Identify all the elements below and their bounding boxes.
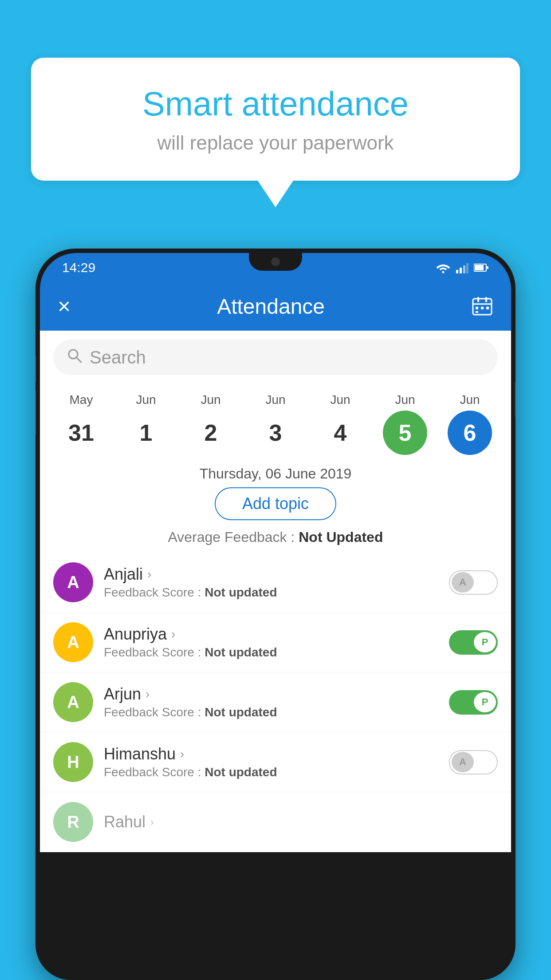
student-list: A Anjali › Feedback Score : Not updated [40, 553, 511, 852]
svg-rect-4 [466, 263, 468, 273]
student-avatar-anupriya: A [53, 622, 93, 662]
svg-point-0 [442, 271, 445, 273]
calendar-day-1[interactable]: Jun 1 [119, 393, 173, 455]
student-name-arjun: Arjun [104, 685, 141, 703]
feedback-value-arjun: Not updated [205, 705, 277, 719]
chevron-right-icon: › [147, 567, 151, 581]
student-avatar-partial: R [53, 802, 93, 842]
svg-rect-10 [477, 297, 479, 302]
svg-line-17 [76, 357, 81, 362]
add-topic-button[interactable]: Add topic [215, 487, 336, 520]
svg-rect-6 [475, 265, 484, 270]
app-bar: × Attendance [40, 282, 511, 331]
feedback-prefix-anupriya: Feedback Score : [104, 645, 205, 659]
calendar-day-0[interactable]: May 31 [55, 393, 108, 455]
svg-rect-11 [485, 297, 487, 302]
student-avatar-himanshu: H [53, 742, 93, 782]
average-feedback-prefix: Average Feedback : [168, 529, 295, 545]
notch [249, 253, 302, 271]
volume-up-button [35, 355, 36, 382]
student-avatar-anjali: A [53, 562, 93, 602]
feedback-value-anjali: Not updated [205, 585, 277, 599]
student-info-anjali: Anjali › Feedback Score : Not updated [104, 565, 438, 600]
phone-screen: 14:29 [40, 253, 511, 980]
feedback-value-anupriya: Not updated [205, 645, 277, 659]
calendar-day-6[interactable]: Jun 6 [443, 393, 496, 455]
speech-bubble: Smart attendance will replace your paper… [31, 58, 520, 207]
student-info-himanshu: Himanshu › Feedback Score : Not updated [104, 745, 438, 779]
student-info-arjun: Arjun › Feedback Score : Not updated [104, 685, 438, 719]
svg-rect-3 [463, 265, 465, 273]
calendar-row: May 31 Jun 1 Jun 2 Jun 3 Jun 4 [40, 384, 511, 455]
svg-rect-14 [486, 307, 489, 309]
attendance-toggle-arjun[interactable]: P [449, 690, 498, 715]
chevron-right-icon: › [150, 815, 154, 829]
student-row-partial[interactable]: R Rahul › [40, 792, 511, 852]
status-bar-icons [436, 262, 489, 273]
student-info-partial: Rahul › [104, 813, 498, 831]
attendance-toggle-himanshu[interactable]: A [449, 750, 498, 775]
power-button [515, 382, 516, 417]
student-row[interactable]: A Anupriya › Feedback Score : Not update… [40, 612, 511, 672]
student-row[interactable]: A Arjun › Feedback Score : Not updated [40, 672, 511, 732]
feedback-value-himanshu: Not updated [205, 765, 277, 779]
student-name-himanshu: Himanshu [104, 745, 176, 763]
svg-rect-2 [460, 268, 462, 273]
chevron-right-icon: › [146, 687, 150, 701]
student-name-partial: Rahul [104, 813, 146, 831]
average-feedback-value: Not Updated [299, 529, 383, 545]
calendar-day-3[interactable]: Jun 3 [249, 393, 302, 455]
battery-icon [474, 263, 489, 272]
speech-bubble-box: Smart attendance will replace your paper… [31, 58, 520, 181]
volume-down-button [35, 391, 36, 435]
status-bar-time: 14:29 [62, 260, 95, 275]
feedback-prefix-arjun: Feedback Score : [104, 705, 205, 719]
svg-rect-1 [456, 270, 458, 273]
close-button[interactable]: × [58, 293, 71, 319]
selected-date-label: Thursday, 06 June 2019 [40, 466, 511, 482]
search-icon [67, 348, 83, 368]
feedback-prefix-anjali: Feedback Score : [104, 585, 205, 599]
svg-rect-13 [481, 307, 484, 309]
chevron-right-icon: › [171, 627, 175, 641]
signal-icon [456, 262, 468, 273]
front-camera [271, 257, 280, 266]
svg-rect-15 [476, 311, 478, 313]
attendance-toggle-anupriya[interactable]: P [449, 630, 498, 655]
chevron-right-icon: › [180, 747, 184, 761]
speech-bubble-subtitle: will replace your paperwork [67, 132, 484, 154]
search-input[interactable]: Search [90, 348, 484, 368]
student-name-anupriya: Anupriya [104, 625, 167, 644]
phone-frame: 14:29 [35, 249, 516, 980]
app-bar-title: Attendance [217, 294, 325, 319]
average-feedback: Average Feedback : Not Updated [40, 529, 511, 545]
calendar-day-2[interactable]: Jun 2 [184, 393, 237, 455]
wifi-icon [436, 262, 451, 273]
student-name-anjali: Anjali [104, 565, 143, 584]
calendar-day-5[interactable]: Jun 5 [378, 393, 432, 455]
screen-content: Search May 31 Jun 1 Jun 2 Jun [40, 331, 511, 852]
student-row[interactable]: A Anjali › Feedback Score : Not updated [40, 553, 511, 612]
student-avatar-arjun: A [53, 682, 93, 722]
speech-bubble-title: Smart attendance [67, 84, 484, 123]
calendar-day-4[interactable]: Jun 4 [314, 393, 367, 455]
svg-rect-7 [487, 266, 488, 269]
search-bar[interactable]: Search [53, 340, 498, 375]
feedback-prefix-himanshu: Feedback Score : [104, 765, 205, 779]
calendar-icon[interactable] [471, 295, 493, 317]
student-info-anupriya: Anupriya › Feedback Score : Not updated [104, 625, 438, 660]
svg-rect-12 [476, 307, 478, 309]
status-bar: 14:29 [40, 253, 511, 282]
student-row[interactable]: H Himanshu › Feedback Score : Not update… [40, 732, 511, 792]
attendance-toggle-anjali[interactable]: A [449, 570, 498, 595]
speech-bubble-tail [258, 181, 293, 207]
